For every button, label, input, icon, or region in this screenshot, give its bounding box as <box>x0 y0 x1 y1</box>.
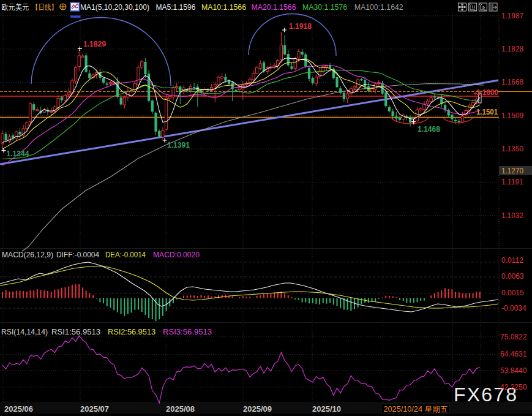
svg-text:42.2250: 42.2250 <box>500 383 527 391</box>
svg-text:2025/07: 2025/07 <box>80 405 109 414</box>
svg-text:1.1918: 1.1918 <box>289 21 312 31</box>
svg-text:1.1344: 1.1344 <box>7 149 30 158</box>
svg-text:欧元美元: 欧元美元 <box>1 3 29 12</box>
svg-text:64.4631: 64.4631 <box>500 350 527 358</box>
svg-text:2025/08: 2025/08 <box>166 405 195 414</box>
svg-text:MA100:1.1642: MA100:1.1642 <box>354 2 403 12</box>
svg-text:RSI3:56.9513: RSI3:56.9513 <box>163 327 212 336</box>
svg-text:RSI1:56.9513: RSI1:56.9513 <box>51 327 100 336</box>
svg-text:MA5:1.1596: MA5:1.1596 <box>155 2 195 12</box>
svg-text:RSI2:56.9513: RSI2:56.9513 <box>108 327 155 336</box>
svg-text:1.1828: 1.1828 <box>501 45 523 53</box>
svg-text:1.1032: 1.1032 <box>501 211 523 220</box>
svg-text:-0.0034: -0.0034 <box>501 304 526 312</box>
svg-text:1.1829: 1.1829 <box>83 39 106 48</box>
svg-text:1.1270: 1.1270 <box>501 167 523 175</box>
svg-text:2025/10: 2025/10 <box>312 405 341 414</box>
svg-text:1.1391: 1.1391 <box>167 140 190 149</box>
svg-text:2025/06: 2025/06 <box>4 405 33 414</box>
svg-text:MA1(5,10,20,30,100): MA1(5,10,20,30,100) <box>80 2 149 12</box>
svg-text:MA30:1.1576: MA30:1.1576 <box>302 2 347 12</box>
svg-text:DEA:-0.0014: DEA:-0.0014 <box>105 250 146 259</box>
svg-text:75.0822: 75.0822 <box>500 333 527 341</box>
svg-text:0.0015: 0.0015 <box>501 289 524 297</box>
svg-text:2025/10/24 星期五: 2025/10/24 星期五 <box>384 405 448 414</box>
svg-text:RSI(14,14,14): RSI(14,14,14) <box>1 327 48 336</box>
svg-text:MA10:1.1566: MA10:1.1566 <box>201 2 246 12</box>
svg-text:MACD(26,12,9): MACD(26,12,9) <box>2 250 53 259</box>
svg-text:1.1987: 1.1987 <box>501 12 523 20</box>
svg-text:【日线】: 【日线】 <box>32 3 58 12</box>
svg-text:DIFF:-0.0004: DIFF:-0.0004 <box>56 250 99 259</box>
svg-text:0.0063: 0.0063 <box>501 272 524 281</box>
svg-text:1.1509: 1.1509 <box>501 112 523 120</box>
svg-text:MA20:1.1566: MA20:1.1566 <box>252 2 296 12</box>
svg-text:1.1668: 1.1668 <box>501 78 523 86</box>
svg-text:0.0112: 0.0112 <box>501 256 523 265</box>
svg-text:1.1468: 1.1468 <box>418 124 440 134</box>
svg-text:2025/09: 2025/09 <box>243 405 272 414</box>
svg-text:1.1501: 1.1501 <box>476 107 498 116</box>
svg-text:1.1350: 1.1350 <box>501 145 523 153</box>
svg-text:MACD:0.0020: MACD:0.0020 <box>153 250 200 259</box>
svg-text:1.1600: 1.1600 <box>476 88 498 97</box>
svg-text:1.1191: 1.1191 <box>501 178 523 186</box>
svg-text:53.8440: 53.8440 <box>500 366 527 375</box>
